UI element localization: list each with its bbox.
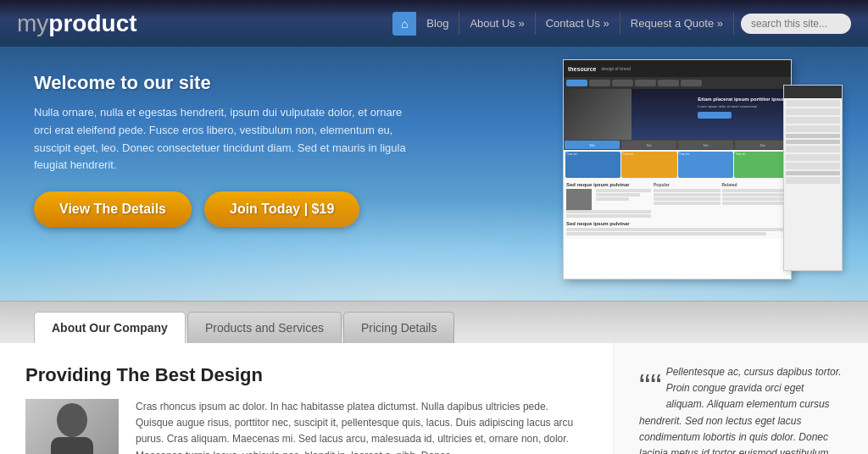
tab-pricing[interactable]: Pricing Details — [343, 312, 454, 343]
screenshot-main: thesource design of brand Etiam placerat… — [563, 59, 792, 280]
logo: myproduct — [17, 10, 137, 37]
ss-card: Cras erit... — [678, 152, 733, 178]
ss-body: Sed neque ipsum pulvinar — [564, 180, 791, 239]
ss-logo: thesource — [568, 66, 596, 72]
ss-line — [722, 202, 789, 205]
ss-side-line — [786, 125, 840, 132]
ss-card: Cras erit... — [565, 152, 620, 178]
nav-blog[interactable]: Blog — [416, 12, 459, 35]
ss-side-line — [786, 163, 840, 169]
ss-line — [654, 202, 721, 205]
join-today-button[interactable]: Join Today | $19 — [204, 191, 359, 227]
content-image — [25, 399, 119, 454]
ss-side-line — [786, 140, 840, 144]
ss-side-line — [786, 108, 840, 115]
person-silhouette — [38, 399, 106, 454]
tab-about[interactable]: About Our Company — [34, 312, 186, 343]
ss-body-left: Sed neque ipsum pulvinar — [566, 182, 651, 219]
svg-rect-1 — [51, 437, 93, 454]
ss-card-text: Cras erit... — [567, 153, 619, 157]
view-details-button[interactable]: View The Details — [34, 191, 192, 227]
ss-nav-item — [681, 80, 702, 86]
ss-nav-item — [635, 80, 656, 86]
ss-tab: Tab — [678, 141, 733, 149]
ss-line — [566, 214, 651, 218]
ss-side-line — [786, 134, 840, 138]
ss-line — [722, 193, 789, 197]
ss-tab: Tab — [735, 141, 790, 149]
ss-card: Cras erit... — [621, 152, 676, 178]
logo-my: my — [17, 10, 48, 36]
home-nav-button[interactable]: ⌂ — [392, 12, 416, 36]
content-text: Cras rhoncus ipsum ac dolor. In hac habi… — [136, 399, 587, 454]
ss-section-title2: Sed neque ipsum pulvinar — [566, 221, 788, 226]
ss-hero-title: Etiam placerat ipsum porttitor ipsum — [698, 96, 787, 102]
svg-point-0 — [57, 403, 87, 437]
screenshot-side — [783, 85, 843, 271]
ss-image — [566, 189, 592, 210]
ss-line — [654, 197, 721, 201]
ss-line — [722, 189, 789, 192]
ss-col-title: Related — [722, 182, 789, 187]
ss-tab: Tab — [565, 141, 620, 149]
ss-hero-image — [564, 89, 632, 140]
ss-nav-item — [589, 80, 610, 86]
search-input[interactable] — [741, 14, 851, 34]
tab-products[interactable]: Products and Services — [187, 312, 342, 343]
ss-line — [654, 193, 721, 197]
nav: ⌂ Blog About Us » Contact Us » Request a… — [392, 12, 851, 36]
ss-line — [596, 189, 651, 192]
ss-line — [596, 193, 640, 197]
ss-col: Popular — [654, 182, 721, 219]
ss-side-line — [786, 100, 840, 107]
ss-tagline: design of brand — [601, 66, 630, 71]
ss-line — [654, 189, 721, 192]
ss-side-line — [786, 146, 840, 152]
logo-product: product — [48, 10, 136, 36]
ss-line — [566, 228, 788, 231]
ss-line — [566, 210, 651, 213]
hero-description: Nulla ornare, nulla et egestas hendrerit… — [34, 104, 415, 174]
content-body: Cras rhoncus ipsum ac dolor. In hac habi… — [25, 399, 587, 454]
content-paragraph: Cras rhoncus ipsum ac dolor. In hac habi… — [136, 399, 587, 454]
ss-side-line — [786, 171, 840, 175]
ss-side-line — [786, 177, 840, 184]
ss-hero-desc: Lorem ipsum dolor sit amet consectetur — [698, 104, 787, 109]
hero-section: Welcome to our site Nulla ornare, nulla … — [0, 47, 868, 301]
ss-card-text: Cras erit... — [623, 153, 675, 157]
ss-card-text: Cras erit... — [680, 153, 732, 157]
header: myproduct ⌂ Blog About Us » Contact Us »… — [0, 0, 868, 47]
content-heading: Providing The Best Design — [25, 364, 587, 386]
tabs-section: About Our Company Products and Services … — [0, 301, 868, 343]
ss-nav-item — [612, 80, 633, 86]
quote-mark: ““ — [639, 373, 662, 400]
ss-card-text: Cras erit... — [736, 153, 787, 157]
ss-line — [566, 232, 766, 235]
content-left: Providing The Best Design Cras rhoncus i… — [0, 343, 614, 454]
ss-section-title: Sed neque ipsum pulvinar — [566, 182, 651, 187]
ss-nav-item — [566, 80, 587, 86]
ss-col-title: Popular — [654, 182, 721, 187]
content-section: Providing The Best Design Cras rhoncus i… — [0, 343, 868, 454]
ss-line — [596, 197, 629, 201]
nav-about[interactable]: About Us » — [459, 12, 535, 35]
nav-contact[interactable]: Contact Us » — [536, 12, 620, 35]
ss-side-line — [786, 117, 840, 124]
ss-side-header — [784, 86, 842, 98]
ss-card: Cras erit... — [734, 152, 789, 178]
ss-nav-item — [658, 80, 679, 86]
ss-hero-text: Etiam placerat ipsum porttitor ipsum Lor… — [698, 96, 787, 119]
ss-col: Related — [722, 182, 789, 219]
nav-quote[interactable]: Request a Quote » — [620, 12, 734, 35]
ss-line — [722, 197, 789, 201]
preview-screenshots: thesource design of brand Etiam placerat… — [571, 59, 843, 296]
ss-tab: Tab — [621, 141, 676, 149]
ss-cta-btn — [698, 112, 732, 119]
content-right: ““ Pellentesque ac, cursus dapibus torto… — [614, 343, 868, 454]
ss-side-line — [786, 154, 840, 161]
quote-text: Pellentesque ac, cursus dapibus tortor. … — [639, 364, 843, 454]
